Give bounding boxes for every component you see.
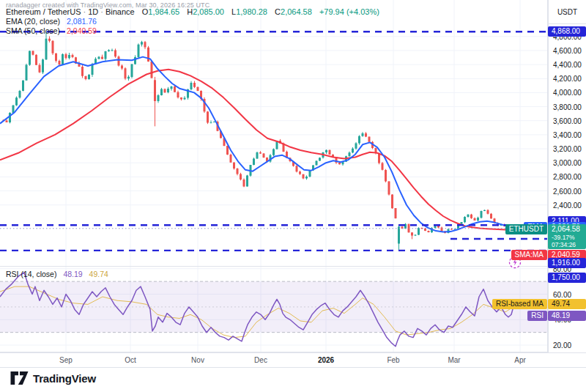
interval: 1D xyxy=(88,7,98,16)
ema-legend[interactable]: EMA (20, close) 2,081.76 xyxy=(6,17,97,26)
rsi-ma-value: 49.74 xyxy=(89,270,108,278)
price-axis-currency: USDT xyxy=(549,0,586,24)
price-tick: 4,000.00 xyxy=(553,89,582,97)
price-badge-sma-ma-chip: SMA:MA xyxy=(511,250,547,260)
price-tick: 3,400.00 xyxy=(553,131,582,139)
price-badge-4-868-00-value: 4,868.00 xyxy=(548,26,586,37)
rsi-value: 48.19 xyxy=(63,270,82,278)
tradingview-wordmark: TradingView xyxy=(33,372,96,385)
price-badge-1-916-00-value: 1,916.00 xyxy=(548,258,586,268)
price-badge-4-868-00: 4,868.00 xyxy=(548,26,586,37)
time-label-nov: Nov xyxy=(182,356,214,364)
price-badge-ethusdt-sub: 07:34:26 xyxy=(552,241,586,248)
tradingview-logo-icon xyxy=(10,371,29,385)
symbol-name: Ethereum / TetherUS xyxy=(6,7,81,16)
price-tick: 3,800.00 xyxy=(553,103,582,111)
rsi-tick: 20.00 xyxy=(553,341,571,350)
open-value: 1,984.65 xyxy=(148,7,179,16)
rsi-label: RSI (14, close) xyxy=(6,270,56,278)
price-badge-ethusdt: ETHUSDT2,064.58-39.17%07:34:26 xyxy=(505,224,586,249)
rsi-legend[interactable]: RSI (14, close) 48.19 49.74 xyxy=(6,270,108,278)
price-badge-1-750-00: 1,750.00 xyxy=(548,273,586,283)
close-label: C xyxy=(275,7,281,16)
price-badge-ethusdt-chip: ETHUSDT xyxy=(505,224,547,234)
high-value: 2,085.00 xyxy=(193,7,224,16)
rsi-badge-rsi-based-ma-value: 49.74 xyxy=(548,299,586,309)
time-label-oct: Oct xyxy=(114,356,146,364)
price-chart-canvas[interactable] xyxy=(0,0,586,392)
sma-legend[interactable]: SMA (50, close) 2,040.59 xyxy=(6,26,97,35)
price-tick: 4,600.00 xyxy=(553,47,582,55)
rsi-badge-rsi-based-ma-chip: RSI-based MA xyxy=(492,299,547,309)
rsi-tick: 60.00 xyxy=(553,291,571,299)
close-value: 2,064.58 xyxy=(281,7,312,16)
price-tick: 3,200.00 xyxy=(553,145,582,153)
tradingview-chart-window: ranadagger created with TradingView.com,… xyxy=(0,0,586,392)
change-value: +79.94 (+4.03%) xyxy=(319,7,379,16)
price-tick: 2,600.00 xyxy=(553,188,582,196)
ema-value: 2,081.76 xyxy=(67,17,97,26)
price-tick: 3,000.00 xyxy=(553,159,582,167)
price-badge-ethusdt-sub: -39.17% xyxy=(552,234,586,241)
time-label-feb: Feb xyxy=(377,356,409,364)
time-label-2026: 2026 xyxy=(310,356,342,364)
price-badge-ethusdt-value: 2,064.58-39.17%07:34:26 xyxy=(548,224,586,249)
price-tick: 2,400.00 xyxy=(553,201,582,210)
time-axis[interactable]: SepOctNovDec2026FebMarApr xyxy=(0,352,586,368)
price-tick: 4,400.00 xyxy=(553,61,582,69)
sma-value: 2,040.59 xyxy=(67,26,97,35)
ema-label: EMA (20, close) xyxy=(6,17,60,26)
time-label-sep: Sep xyxy=(50,356,82,364)
time-label-dec: Dec xyxy=(245,356,277,364)
rsi-badge-rsi: RSI48.19 xyxy=(527,311,586,321)
low-value: 1,980.28 xyxy=(236,7,267,16)
exchange: Binance xyxy=(105,7,135,16)
price-badge-1-916-00: 1,916.00 xyxy=(548,258,586,268)
price-tick: 3,600.00 xyxy=(553,117,582,125)
time-label-mar: Mar xyxy=(438,356,470,364)
tradingview-logo[interactable]: TradingView xyxy=(10,371,96,385)
rsi-badge-rsi-chip: RSI xyxy=(527,311,547,321)
price-badge-1-750-00-value: 1,750.00 xyxy=(548,273,586,283)
rsi-badge-rsi-based-ma: RSI-based MA49.74 xyxy=(492,299,586,309)
price-tick: 2,800.00 xyxy=(553,173,582,181)
rsi-badge-rsi-value: 48.19 xyxy=(548,311,586,321)
time-label-apr: Apr xyxy=(504,356,536,364)
high-label: H xyxy=(187,7,193,16)
symbol-legend[interactable]: Ethereum / TetherUS·1D·Binance O1,984.65… xyxy=(6,7,379,16)
price-tick: 4,200.00 xyxy=(553,75,582,83)
sma-label: SMA (50, close) xyxy=(6,26,60,35)
